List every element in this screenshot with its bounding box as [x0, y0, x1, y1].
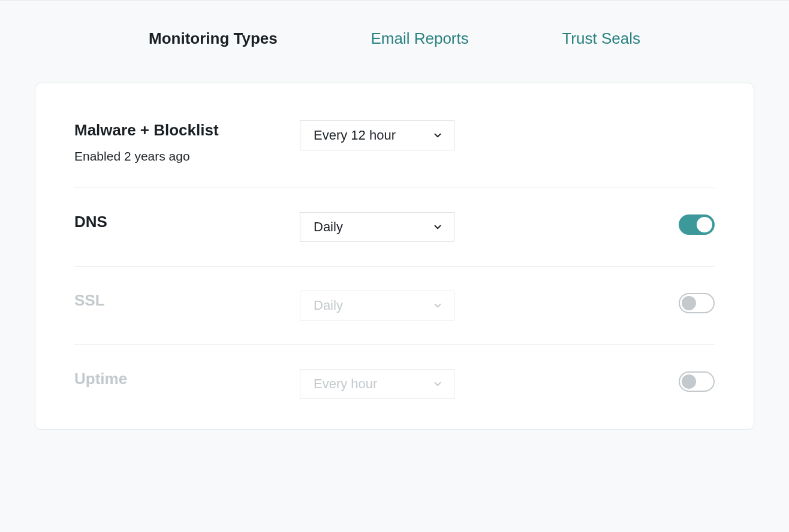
malware-subtitle: Enabled 2 years ago [74, 149, 300, 164]
tab-trust-seals[interactable]: Trust Seals [562, 29, 640, 48]
tab-monitoring-types[interactable]: Monitoring Types [149, 29, 278, 48]
ssl-toggle[interactable] [679, 293, 715, 313]
row-uptime: Uptime Every hour [74, 344, 715, 399]
row-ssl: SSL Daily [74, 266, 715, 344]
chevron-down-icon [432, 130, 443, 141]
malware-title: Malware + Blocklist [74, 120, 300, 141]
toggle-knob [682, 374, 696, 389]
row-dns: DNS Daily [74, 188, 715, 266]
uptime-title: Uptime [74, 369, 300, 389]
toggle-knob [697, 217, 712, 232]
ssl-frequency-value: Daily [314, 298, 343, 313]
uptime-toggle[interactable] [679, 371, 715, 392]
malware-frequency-value: Every 12 hour [314, 128, 396, 143]
row-malware: Malware + Blocklist Enabled 2 years ago … [74, 120, 715, 188]
dns-frequency-select[interactable]: Daily [300, 212, 454, 242]
malware-frequency-select[interactable]: Every 12 hour [300, 120, 454, 150]
chevron-down-icon [432, 300, 443, 311]
ssl-frequency-select[interactable]: Daily [300, 291, 454, 321]
dns-toggle[interactable] [679, 214, 715, 235]
tab-email-reports[interactable]: Email Reports [371, 29, 468, 48]
chevron-down-icon [432, 379, 443, 389]
settings-card: Malware + Blocklist Enabled 2 years ago … [35, 83, 754, 430]
dns-title: DNS [74, 212, 300, 232]
tabs-nav: Monitoring Types Email Reports Trust Sea… [101, 1, 688, 83]
toggle-knob [682, 296, 696, 310]
uptime-frequency-value: Every hour [314, 376, 377, 392]
dns-frequency-value: Daily [314, 219, 343, 235]
ssl-title: SSL [74, 291, 300, 311]
uptime-frequency-select[interactable]: Every hour [300, 369, 454, 399]
chevron-down-icon [432, 222, 443, 232]
